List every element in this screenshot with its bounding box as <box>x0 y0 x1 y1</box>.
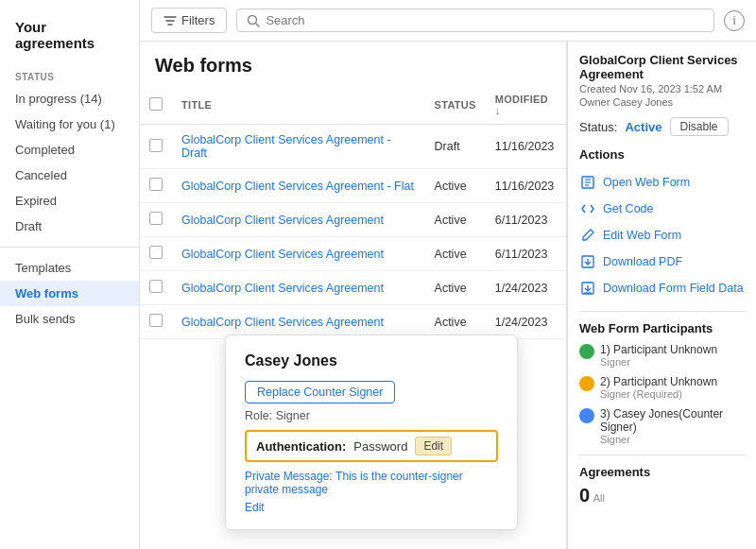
popup-edit-auth-button[interactable]: Edit <box>415 437 452 455</box>
search-icon <box>247 14 260 27</box>
table-row[interactable]: GlobalCorp Client Services Agreement Act… <box>140 237 566 271</box>
status-active-badge: Active <box>625 120 662 134</box>
sidebar: Your agreements STATUS In progress (14) … <box>0 0 140 549</box>
participant-3-role: Signer <box>600 434 745 445</box>
row-check-5 <box>140 305 172 339</box>
col-modified: MODIFIED ↓ <box>486 86 566 125</box>
action-download-field-data[interactable]: Download Form Field Data <box>579 275 745 301</box>
participant-1-role: Signer <box>600 356 717 368</box>
content-area: Web forms TITLE STATUS MODIFIED ↓ <box>140 42 756 549</box>
table-body: GlobalCorp Client Services Agreement - D… <box>140 125 566 339</box>
participant-1-label: 1) Participant Unknown <box>600 343 717 356</box>
sidebar-item-completed[interactable]: Completed <box>0 137 139 163</box>
participant-1-dot <box>579 344 594 359</box>
action-download-field-data-label: Download Form Field Data <box>603 282 744 295</box>
participant-3-label: 3) Casey Jones(Counter Signer) <box>600 407 745 434</box>
svg-line-1 <box>256 23 260 26</box>
edit-web-form-icon <box>579 227 596 244</box>
participant-3-dot <box>579 408 594 423</box>
replace-counter-signer-button[interactable]: Replace Counter Signer <box>245 381 395 403</box>
action-edit-web-form-label: Edit Web Form <box>603 229 681 242</box>
filter-label: Filters <box>181 13 215 27</box>
row-status-4: Active <box>425 271 486 305</box>
sidebar-item-templates[interactable]: Templates <box>0 255 139 281</box>
row-modified-3: 6/11/2023 <box>486 237 566 271</box>
row-checkbox-1[interactable] <box>149 178 163 191</box>
action-open-web-form[interactable]: Open Web Form <box>579 169 745 196</box>
download-pdf-icon <box>579 253 596 270</box>
right-panel: GlobalCorp Client Services Agreement Cre… <box>567 42 756 549</box>
table-row[interactable]: GlobalCorp Client Services Agreement Act… <box>140 203 566 237</box>
sidebar-item-expired[interactable]: Expired <box>0 188 139 214</box>
row-checkbox-5[interactable] <box>149 314 163 327</box>
action-get-code[interactable]: Get Code <box>579 196 745 222</box>
table-row[interactable]: GlobalCorp Client Services Agreement - F… <box>140 169 566 203</box>
popup-card: Casey Jones Replace Counter Signer Role:… <box>225 335 518 530</box>
row-status-0: Draft <box>425 125 486 169</box>
table-header-row: TITLE STATUS MODIFIED ↓ <box>140 86 566 125</box>
popup-role-label: Role: <box>245 409 272 422</box>
sidebar-item-waiting[interactable]: Waiting for you (1) <box>0 112 139 137</box>
section-title: Web forms <box>140 42 566 86</box>
disable-button[interactable]: Disable <box>670 117 729 136</box>
popup-auth-label: Authentication: <box>256 439 346 454</box>
table-row[interactable]: GlobalCorp Client Services Agreement Act… <box>140 271 566 305</box>
table-row[interactable]: GlobalCorp Client Services Agreement - D… <box>140 125 566 169</box>
popup-private-label: Private Message: <box>245 470 333 483</box>
popup-edit-link[interactable]: Edit <box>245 501 265 514</box>
action-edit-web-form[interactable]: Edit Web Form <box>579 222 745 249</box>
row-checkbox-3[interactable] <box>149 246 163 259</box>
participant-1: 1) Participant Unknown Signer <box>579 343 745 368</box>
actions-title: Actions <box>579 147 745 162</box>
popup-role: Role: Signer <box>245 409 498 422</box>
info-button[interactable]: i <box>724 10 745 31</box>
row-check-1 <box>140 169 172 203</box>
row-check-0 <box>140 125 172 169</box>
search-box <box>236 9 714 32</box>
download-field-data-icon <box>579 280 596 297</box>
get-code-icon <box>579 200 596 217</box>
participants-title: Web Form Participants <box>579 321 745 335</box>
popup-auth-row: Authentication: Password Edit <box>245 430 498 462</box>
search-input[interactable] <box>266 13 704 27</box>
row-checkbox-2[interactable] <box>149 212 163 225</box>
topbar: Filters i <box>140 0 756 42</box>
row-checkbox-0[interactable] <box>149 139 163 152</box>
participant-2-role: Signer (Required) <box>600 388 717 400</box>
open-web-form-icon <box>579 174 596 191</box>
select-all-checkbox[interactable] <box>149 97 163 111</box>
action-download-pdf[interactable]: Download PDF <box>579 249 745 275</box>
row-modified-0: 11/16/2023 <box>486 125 566 169</box>
agreement-created: Created Nov 16, 2023 1:52 AM <box>579 83 745 94</box>
sidebar-item-bulk-sends[interactable]: Bulk sends <box>0 306 139 332</box>
agreements-count: 0 <box>579 485 590 506</box>
row-check-3 <box>140 237 172 271</box>
filter-icon <box>163 14 177 27</box>
row-check-4 <box>140 271 172 305</box>
filter-button[interactable]: Filters <box>151 8 227 33</box>
info-icon-label: i <box>733 14 736 27</box>
agreements-count-row: 0 All <box>579 485 745 506</box>
sidebar-item-in-progress[interactable]: In progress (14) <box>0 86 139 112</box>
col-status: STATUS <box>425 86 486 125</box>
row-title-1: GlobalCorp Client Services Agreement - F… <box>172 169 425 203</box>
sidebar-item-canceled[interactable]: Canceled <box>0 163 139 188</box>
row-modified-2: 6/11/2023 <box>486 203 566 237</box>
sidebar-item-web-forms[interactable]: Web forms <box>0 281 139 306</box>
popup-role-value: Signer <box>276 409 310 422</box>
sidebar-item-draft[interactable]: Draft <box>0 214 139 239</box>
row-title-2: GlobalCorp Client Services Agreement <box>172 203 425 237</box>
col-title: TITLE <box>172 86 425 125</box>
agreements-title: Agreements <box>579 465 745 479</box>
popup-title: Casey Jones <box>245 352 498 369</box>
popup-private-message: Private Message: This is the counter-sig… <box>245 470 498 496</box>
agreement-owner: Owner Casey Jones <box>579 96 745 108</box>
row-status-1: Active <box>425 169 486 203</box>
popup-auth-value: Password <box>353 439 407 454</box>
row-checkbox-4[interactable] <box>149 280 163 293</box>
row-title-0: GlobalCorp Client Services Agreement - D… <box>172 125 425 169</box>
row-status-2: Active <box>425 203 486 237</box>
web-forms-table: TITLE STATUS MODIFIED ↓ GlobalCorp Clien… <box>140 86 566 339</box>
sidebar-title: Your agreements <box>0 9 139 64</box>
sidebar-divider <box>0 247 139 248</box>
